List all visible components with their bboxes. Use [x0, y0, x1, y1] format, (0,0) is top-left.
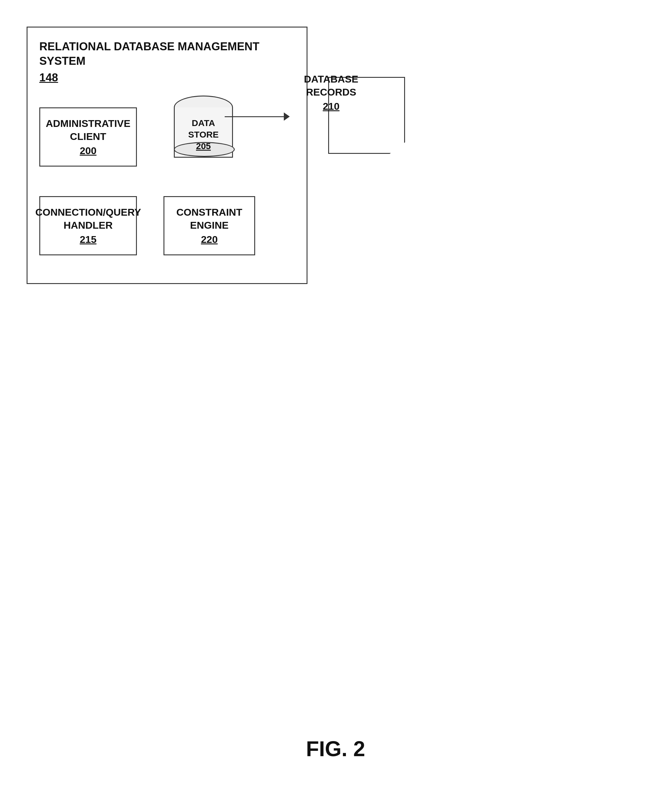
- data-store-container: DATA STORE 205: [170, 93, 237, 170]
- admin-client-label: ADMINISTRATIVE CLIENT: [46, 118, 130, 142]
- arrow-line: [225, 116, 284, 117]
- admin-client-box: ADMINISTRATIVE CLIENT 200: [39, 107, 137, 167]
- constraint-engine-number: 220: [164, 233, 254, 246]
- constraint-engine-box: CONSTRAINT ENGINE 220: [163, 196, 255, 255]
- rdbms-label: RELATIONAL DATABASE MANAGEMENT SYSTEM 14…: [39, 39, 307, 85]
- constraint-engine-label: CONSTRAINT ENGINE: [176, 207, 242, 231]
- rdbms-box: RELATIONAL DATABASE MANAGEMENT SYSTEM 14…: [27, 27, 307, 284]
- connection-handler-label: CONNECTION/QUERY HANDLER: [35, 207, 141, 231]
- connection-handler-box: CONNECTION/QUERY HANDLER 215: [39, 196, 137, 255]
- connection-handler-number: 215: [35, 233, 141, 246]
- data-store-cylinder: DATA STORE 205: [174, 96, 233, 167]
- admin-client-number: 200: [40, 144, 136, 157]
- figure-label: FIG. 2: [306, 737, 365, 761]
- data-store-label: DATA STORE 205: [188, 117, 219, 152]
- arrow-head: [284, 112, 290, 121]
- db-records-container: DATABASE RECORDS 210: [328, 77, 405, 154]
- arrow-data-store-to-db: [225, 112, 290, 121]
- db-records-label: DATABASE RECORDS 210: [296, 72, 366, 113]
